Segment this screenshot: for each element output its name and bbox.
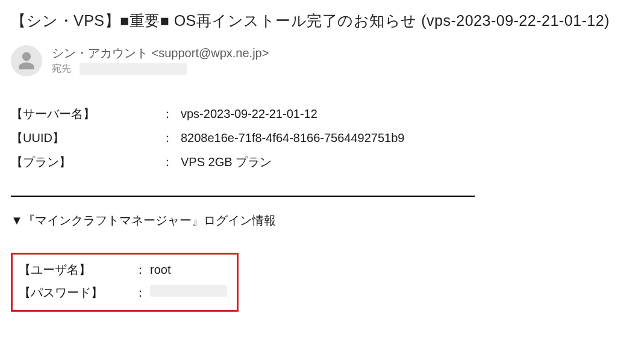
colon: ： [161, 150, 181, 174]
login-credentials-box: 【ユーザ名】 ： root 【パスワード】 ： [11, 253, 239, 312]
sender-name: シン・アカウント <support@wpx.ne.jp> [52, 45, 269, 61]
info-row: 【UUID】 ： 8208e16e-71f8-4f64-8166-7564492… [11, 126, 633, 150]
avatar [11, 45, 42, 76]
server-info-table: 【サーバー名】 ： vps-2023-09-22-21-01-12 【UUID】… [11, 102, 633, 174]
login-row: 【パスワード】 ： [19, 281, 231, 304]
sender-row: シン・アカウント <support@wpx.ne.jp> 宛先 [11, 44, 633, 76]
login-value-username: root [150, 258, 231, 281]
info-value: VPS 2GB プラン [181, 150, 633, 174]
info-label: 【サーバー名】 [11, 102, 161, 126]
email-subject: 【シン・VPS】■重要■ OS再インストール完了のお知らせ (vps-2023-… [11, 11, 633, 31]
person-icon [16, 51, 37, 71]
info-label: 【UUID】 [11, 126, 161, 150]
colon: ： [134, 258, 150, 281]
info-label: 【プラン】 [11, 150, 161, 174]
recipient-redacted [80, 63, 187, 75]
login-label: 【ユーザ名】 [19, 258, 134, 281]
login-label: 【パスワード】 [19, 281, 134, 304]
info-row: 【プラン】 ： VPS 2GB プラン [11, 150, 633, 174]
colon: ： [134, 281, 150, 304]
password-redacted [150, 285, 227, 297]
info-row: 【サーバー名】 ： vps-2023-09-22-21-01-12 [11, 102, 633, 126]
info-value: 8208e16e-71f8-4f64-8166-7564492751b9 [181, 126, 633, 150]
info-value: vps-2023-09-22-21-01-12 [181, 102, 633, 126]
login-row: 【ユーザ名】 ： root [19, 258, 231, 281]
to-label: 宛先 [52, 63, 71, 75]
login-section-title: ▼『マインクラフトマネージャー』ログイン情報 [11, 212, 633, 229]
colon: ： [161, 126, 181, 150]
divider [11, 196, 475, 197]
colon: ： [161, 102, 181, 126]
login-value-password [150, 281, 231, 304]
